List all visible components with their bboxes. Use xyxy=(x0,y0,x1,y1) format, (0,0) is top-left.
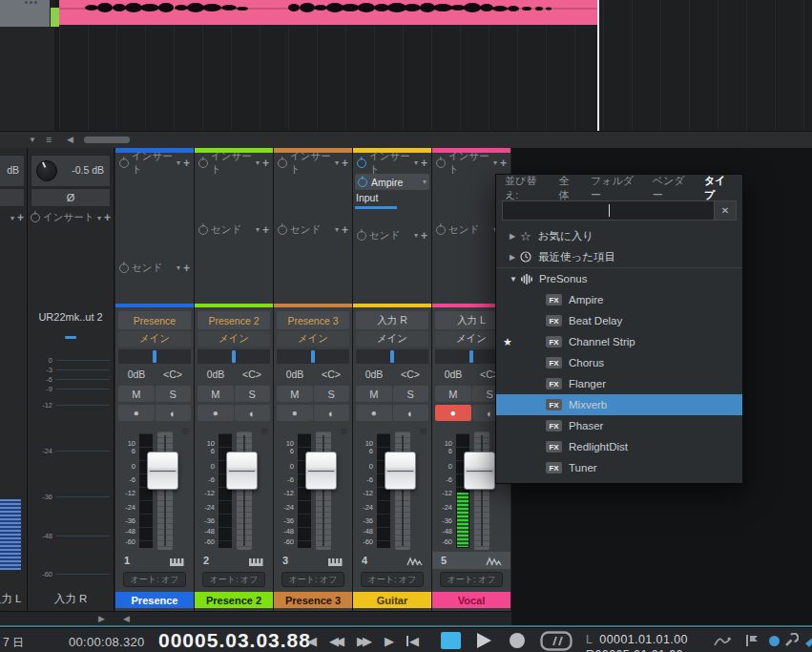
wrench-icon[interactable] xyxy=(784,633,799,651)
send-section-header[interactable]: センド ▾ + xyxy=(115,260,194,276)
fader-handle[interactable] xyxy=(147,452,178,490)
metronome-button[interactable] xyxy=(540,631,573,652)
automation-mode-button[interactable]: オート: オフ xyxy=(440,572,503,587)
chevron-down-icon[interactable]: ▾ xyxy=(256,225,260,234)
solo-button[interactable]: S xyxy=(156,386,192,402)
channel-output-box[interactable]: メイン xyxy=(277,331,349,347)
chevron-down-icon[interactable]: ▾ xyxy=(177,263,180,272)
add-insert-button[interactable]: + xyxy=(262,157,269,170)
mute-button[interactable]: M xyxy=(435,386,471,402)
return-to-zero-icon[interactable]: ◀ xyxy=(406,635,419,647)
mute-button[interactable]: M xyxy=(356,386,392,402)
record-arm-button[interactable]: ● xyxy=(277,405,313,421)
monitor-button[interactable]: ◐ xyxy=(156,405,192,421)
step-forward-icon[interactable]: ▶ xyxy=(385,635,394,647)
fader-track[interactable] xyxy=(395,431,410,550)
insert-section-header[interactable]: インサート ▾ + xyxy=(274,155,352,171)
chevron-down-icon[interactable]: ▾ xyxy=(256,158,260,167)
channel-name-bar[interactable]: Vocal xyxy=(432,592,510,608)
add-send-button[interactable]: + xyxy=(262,223,269,237)
send-section-header[interactable]: センド ▾ + xyxy=(195,221,273,238)
channel-input-box[interactable]: 入力 R xyxy=(356,311,428,329)
solo-button[interactable]: S xyxy=(393,386,429,402)
send-section-header[interactable]: センド ▾ + xyxy=(353,227,431,243)
pan-value[interactable]: <C> xyxy=(313,367,349,382)
automation-mode-button[interactable]: オート: オフ xyxy=(202,572,265,587)
sort-tab-vendor[interactable]: ベンダー xyxy=(653,174,692,202)
partial-tool-icon[interactable] xyxy=(805,634,812,651)
plugin-list-item[interactable]: ★ FX Flanger xyxy=(496,373,742,394)
channel-number-row[interactable]: 3 xyxy=(274,552,352,569)
volume-pan-readout[interactable]: 0dB <C> xyxy=(118,367,191,382)
plugin-list-item[interactable]: ★ FX Chorus xyxy=(496,352,742,373)
sort-tab-type[interactable]: タイプ xyxy=(704,174,734,202)
scroll-left-icon[interactable]: ◀ xyxy=(123,612,130,626)
arrange-view[interactable] xyxy=(0,0,812,131)
stop-button[interactable] xyxy=(441,632,461,649)
collapsed-arrow-icon[interactable]: ▶ xyxy=(510,232,519,241)
channel-number-row[interactable]: 5 xyxy=(432,552,510,569)
channel-number-row[interactable]: 1 xyxy=(115,552,194,569)
pan-value[interactable]: <C> xyxy=(392,367,428,382)
record-arm-button[interactable]: ● xyxy=(198,405,234,421)
channel-input-box[interactable]: Presence xyxy=(118,311,191,329)
phase-invert-button[interactable]: Ø xyxy=(31,188,111,207)
power-icon[interactable] xyxy=(436,225,446,235)
monitor-button[interactable]: ◐ xyxy=(393,405,429,421)
solo-button[interactable]: S xyxy=(314,386,350,402)
add-insert-button[interactable]: + xyxy=(104,211,111,224)
rewind-icon[interactable]: ◀◀ xyxy=(329,635,344,647)
insert-section-header[interactable]: インサート ▾ + xyxy=(115,155,194,171)
volume-value[interactable]: 0dB xyxy=(435,367,471,382)
pan-control[interactable] xyxy=(198,349,270,364)
insert-header[interactable]: ▾ + xyxy=(3,210,24,225)
phase-box[interactable] xyxy=(0,188,25,207)
channel-output-box[interactable]: メイン xyxy=(198,331,270,347)
add-send-button[interactable]: + xyxy=(183,262,190,275)
scroll-right-icon[interactable]: ▶ xyxy=(98,612,105,626)
plugin-list-item[interactable]: ★ FX RedlightDist xyxy=(496,436,742,457)
channel-input-box[interactable]: Presence 2 xyxy=(198,311,270,329)
record-arm-button[interactable]: ● xyxy=(356,405,392,421)
chevron-down-icon[interactable]: ▾ xyxy=(177,158,180,167)
add-insert-button[interactable]: + xyxy=(17,211,24,224)
add-insert-button[interactable]: + xyxy=(342,157,348,170)
add-insert-button[interactable]: + xyxy=(183,157,190,170)
fader-handle[interactable] xyxy=(305,452,337,490)
automation-mode-button[interactable]: オート: オフ xyxy=(281,572,344,587)
marker-icon[interactable] xyxy=(744,634,760,651)
expanded-arrow-icon[interactable]: ▼ xyxy=(510,275,519,284)
pan-value[interactable]: <C> xyxy=(234,367,270,382)
chevron-down-icon[interactable]: ▾ xyxy=(97,214,101,222)
volume-pan-readout[interactable]: 0dB <C> xyxy=(356,367,428,382)
volume-value[interactable]: 0dB xyxy=(198,367,234,382)
fader-track[interactable] xyxy=(157,431,173,550)
time-display[interactable]: 00:00:08.320 xyxy=(69,635,145,649)
power-icon[interactable] xyxy=(31,213,40,222)
power-icon[interactable] xyxy=(278,158,287,168)
playhead-cursor[interactable] xyxy=(597,0,599,131)
favorite-star-icon[interactable]: ★ xyxy=(503,336,512,348)
channel-output-box[interactable]: メイン xyxy=(356,331,428,347)
plugin-list-item[interactable]: ★ FX Channel Strip xyxy=(496,331,742,352)
sort-tab-folder[interactable]: フォルダー xyxy=(591,174,640,202)
gain-knob[interactable] xyxy=(36,160,57,181)
dropdown-caret-icon[interactable]: ▼ xyxy=(29,132,36,148)
channel-number-row[interactable]: 4 xyxy=(353,552,431,569)
plugin-list-item[interactable]: ★ FX Phaser xyxy=(496,415,742,436)
plugin-list-item[interactable]: ★ FX Beat Delay xyxy=(496,310,742,331)
power-icon[interactable] xyxy=(436,158,446,168)
tree-group-presonus[interactable]: ▼ PreSonus xyxy=(496,267,742,289)
scroll-left-icon[interactable]: ◀ xyxy=(67,132,73,148)
pan-control[interactable] xyxy=(356,349,428,364)
insert-section-header[interactable]: インサート ▾ + xyxy=(195,155,273,171)
chevron-down-icon[interactable]: ▾ xyxy=(10,214,14,222)
pan-value[interactable]: <C> xyxy=(155,367,191,382)
tree-group-favorites[interactable]: ▶ ☆ お気に入り xyxy=(496,225,742,246)
automation-curve-icon[interactable] xyxy=(714,634,731,651)
fader-track[interactable] xyxy=(316,431,331,550)
add-send-button[interactable]: + xyxy=(342,223,348,237)
chevron-down-icon[interactable]: ▾ xyxy=(335,225,339,234)
input-gain-box[interactable]: -0.5 dB xyxy=(31,155,111,187)
mute-button[interactable]: M xyxy=(118,386,155,402)
